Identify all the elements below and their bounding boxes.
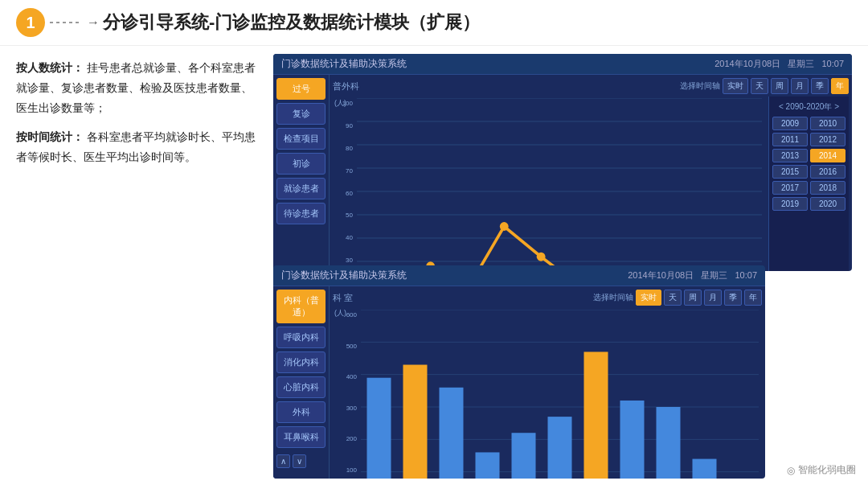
db-top-title: 门诊数据统计及辅助决策系统 bbox=[281, 57, 407, 71]
year-panel: < 2090-2020年 > 2009 2010 2011 2012 2013 … bbox=[768, 97, 849, 271]
db-bot-body: 内科（普通） 呼吸内科 消化内科 心脏内科 外科 耳鼻喉科 ∧ ∨ 科 室 bbox=[273, 286, 765, 479]
time-btn-year[interactable]: 年 bbox=[831, 78, 849, 94]
time-btn-day[interactable]: 天 bbox=[751, 78, 768, 94]
year-2015[interactable]: 2015 bbox=[772, 165, 808, 179]
bot-time-btn-year[interactable]: 年 bbox=[744, 290, 762, 306]
svg-rect-34 bbox=[512, 433, 536, 479]
svg-rect-35 bbox=[548, 417, 572, 479]
header-line bbox=[50, 22, 82, 23]
svg-rect-36 bbox=[584, 351, 608, 479]
bot-nav-item-3[interactable]: 心脏内科 bbox=[276, 376, 326, 398]
bot-time-btn-quarter[interactable]: 季 bbox=[724, 290, 742, 306]
watermark: ◎ 智能化弱电圈 bbox=[787, 463, 856, 477]
year-2019[interactable]: 2019 bbox=[772, 197, 808, 211]
main-content: 按人数统计： 挂号患者总就诊量、各个科室患者就诊量、复诊患者数量、检验及医技患者… bbox=[0, 46, 868, 487]
year-2014[interactable]: 2014 bbox=[810, 149, 845, 162]
db-bot-date: 2014年10月08日 星期三 10:07 bbox=[628, 269, 757, 281]
svg-rect-32 bbox=[440, 388, 464, 479]
db-bot-header: 门诊数据统计及辅助决策系统 2014年10月08日 星期三 10:07 bbox=[273, 265, 765, 286]
year-2011[interactable]: 2011 bbox=[772, 133, 808, 146]
year-range: < 2090-2020年 > bbox=[772, 100, 845, 114]
nav-item-3[interactable]: 初诊 bbox=[276, 153, 326, 175]
section1-label: 按人数统计： bbox=[16, 61, 84, 74]
year-2010[interactable]: 2010 bbox=[810, 117, 845, 130]
dept-label: 普外科 bbox=[333, 80, 359, 92]
time-btn-realtime[interactable]: 实时 bbox=[723, 78, 748, 94]
section2-label: 按时间统计： bbox=[16, 130, 84, 143]
bot-time-btn-month[interactable]: 月 bbox=[704, 290, 722, 306]
time-btn-quarter[interactable]: 季 bbox=[811, 78, 829, 94]
year-2013[interactable]: 2013 bbox=[772, 149, 808, 162]
line-chart-svg bbox=[357, 98, 762, 271]
scroll-up[interactable]: ∧ bbox=[276, 454, 290, 468]
svg-rect-39 bbox=[693, 459, 717, 479]
bot-time-btn-realtime[interactable]: 实时 bbox=[636, 290, 661, 306]
bot-nav-item-4[interactable]: 外科 bbox=[276, 401, 326, 423]
db-top-date: 2014年10月08日 星期三 10:07 bbox=[714, 58, 844, 70]
dashboard-top: 门诊数据统计及辅助决策系统 2014年10月08日 星期三 10:07 过号 复… bbox=[273, 54, 852, 271]
db-bot-title: 门诊数据统计及辅助决策系统 bbox=[281, 269, 407, 282]
time-btn-month[interactable]: 月 bbox=[791, 78, 809, 94]
bot-nav-item-1[interactable]: 呼吸内科 bbox=[276, 327, 326, 348]
year-2018[interactable]: 2018 bbox=[810, 181, 845, 195]
nav-item-4[interactable]: 就诊患者 bbox=[276, 178, 326, 199]
page-header: 1 → 分诊引导系统-门诊监控及数据统计模块（扩展） bbox=[0, 0, 868, 46]
bot-nav-item-0[interactable]: 内科（普通） bbox=[276, 290, 326, 323]
section-label-bot: 科 室 bbox=[333, 292, 353, 304]
db-top-body: 过号 复诊 检查项目 初诊 就诊患者 待诊患者 普外科 选择时间轴 实时 bbox=[273, 75, 852, 271]
db-top-header: 门诊数据统计及辅助决策系统 2014年10月08日 星期三 10:07 bbox=[273, 54, 852, 75]
svg-rect-37 bbox=[620, 401, 645, 479]
bot-nav-item-5[interactable]: 耳鼻喉科 bbox=[276, 426, 326, 448]
bot-nav-item-2[interactable]: 消化内科 bbox=[276, 351, 326, 373]
year-2020[interactable]: 2020 bbox=[810, 197, 845, 211]
svg-point-15 bbox=[500, 222, 509, 231]
step-number: 1 bbox=[16, 8, 45, 37]
nav-item-0[interactable]: 过号 bbox=[276, 78, 326, 100]
nav-item-5[interactable]: 待诊患者 bbox=[276, 203, 326, 224]
year-grid: 2009 2010 2011 2012 2013 2014 2015 2016 … bbox=[772, 117, 845, 211]
bar-chart-svg bbox=[361, 310, 759, 479]
time-btn-week[interactable]: 周 bbox=[771, 78, 788, 94]
db-top-nav: 过号 复诊 检查项目 初诊 就诊患者 待诊患者 bbox=[273, 75, 330, 271]
nav-item-2[interactable]: 检查项目 bbox=[276, 128, 326, 150]
year-2016[interactable]: 2016 bbox=[810, 165, 845, 179]
bot-time-btn-week[interactable]: 周 bbox=[684, 290, 702, 306]
time-axis-label-top: 选择时间轴 bbox=[680, 80, 720, 92]
watermark-icon: ◎ bbox=[787, 465, 795, 476]
year-2012[interactable]: 2012 bbox=[810, 133, 845, 146]
description-panel: 按人数统计： 挂号患者总就诊量、各个科室患者就诊量、复诊患者数量、检验及医技患者… bbox=[16, 54, 257, 479]
db-bot-nav: 内科（普通） 呼吸内科 消化内科 心脏内科 外科 耳鼻喉科 ∧ ∨ bbox=[273, 286, 330, 479]
svg-rect-30 bbox=[367, 378, 391, 479]
nav-item-1[interactable]: 复诊 bbox=[276, 103, 326, 125]
svg-rect-38 bbox=[657, 407, 681, 479]
year-2017[interactable]: 2017 bbox=[772, 181, 808, 195]
dashboard-bottom: 门诊数据统计及辅助决策系统 2014年10月08日 星期三 10:07 内科（普… bbox=[273, 265, 765, 479]
arrow-icon: → bbox=[87, 15, 100, 30]
scroll-down[interactable]: ∨ bbox=[293, 454, 306, 468]
page-title: 分诊引导系统-门诊监控及数据统计模块（扩展） bbox=[103, 10, 480, 35]
bot-time-btn-day[interactable]: 天 bbox=[664, 290, 682, 306]
svg-rect-33 bbox=[476, 452, 500, 479]
time-axis-label-bot: 选择时间轴 bbox=[593, 292, 633, 303]
year-2009[interactable]: 2009 bbox=[772, 117, 808, 130]
watermark-text: 智能化弱电圈 bbox=[798, 463, 856, 477]
screenshots-area: 门诊数据统计及辅助决策系统 2014年10月08日 星期三 10:07 过号 复… bbox=[273, 54, 852, 479]
svg-point-16 bbox=[537, 253, 546, 261]
svg-rect-31 bbox=[403, 365, 428, 479]
